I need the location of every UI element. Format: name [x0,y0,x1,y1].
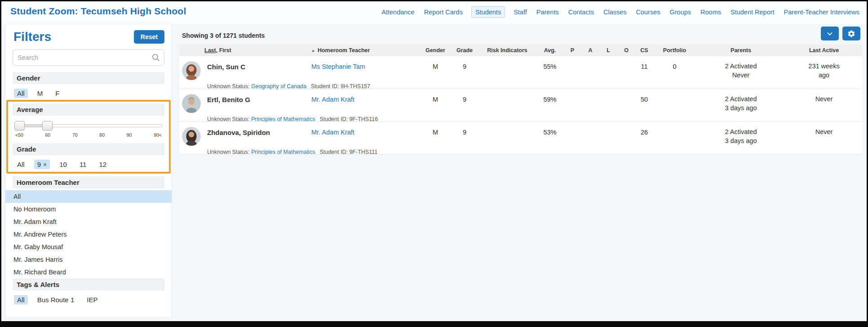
column-header-cs[interactable]: CS [635,45,653,56]
homeroom-teacher-link[interactable]: Ms Stephanie Tam [311,63,365,70]
grade-option-11[interactable]: 11 [76,160,90,169]
tags-option-all[interactable]: All [14,295,28,305]
nav-classes[interactable]: Classes [602,7,628,18]
student-id: Student ID: 9H-THS157 [311,83,370,90]
nav-contacts[interactable]: Contacts [567,7,595,18]
grade-option-9[interactable]: 9× [34,160,50,169]
gender-option-all[interactable]: All [14,89,28,98]
course-link[interactable]: Principles of Mathematics [251,149,315,155]
average-slider-ticks: <50 60 70 80 90 90< [14,131,163,142]
last-active-value: Never [786,95,862,104]
students-table-header: Last, First ▲Homeroom Teacher Gender Gra… [179,45,862,56]
reset-button[interactable]: Reset [134,30,164,44]
homeroom-option-andrew-peters[interactable]: Mr. Andrew Peters [5,228,172,241]
last-active-value: 231 weeksago [786,62,862,80]
cs-value: 11 [635,62,653,70]
column-header-name[interactable]: Last, First [179,45,305,56]
app-window: Student Zoom: Tecumseh High School Atten… [0,0,868,327]
parents-value: 2 Activated3 days ago [696,128,786,145]
student-name: Zhdanova, Spiridon [207,128,270,136]
column-header-a[interactable]: A [581,45,599,56]
homeroom-option-all[interactable]: All [5,190,172,203]
column-header-portfolio[interactable]: Portfolio [653,45,696,56]
column-header-o[interactable]: O [617,45,635,56]
column-header-l[interactable]: L [599,45,617,56]
student-avatar [182,94,201,113]
tick-lt50: <50 [15,132,23,138]
tags-option-iep[interactable]: IEP [84,295,101,305]
last-active-value: Never [786,128,862,137]
course-link[interactable]: Principles of Mathematics [251,116,315,122]
chevron-down-icon [826,30,834,38]
gender-value: M [420,95,451,103]
gear-icon [847,30,855,38]
annotated-filters-region: Average <50 60 70 80 90 90< Grade [13,103,164,172]
nav-parent-teacher-interviews[interactable]: Parent-Teacher Interviews [783,7,860,18]
student-name: Ertl, Benito G [207,95,250,103]
gender-value: M [420,128,451,136]
gender-option-m[interactable]: M [34,89,46,98]
nav-rooms[interactable]: Rooms [700,7,722,18]
homeroom-teacher-link[interactable]: Mr. Adam Kraft [311,129,354,136]
student-subline: Unknown Status: Principles of Mathematic… [207,116,378,122]
actions-dropdown-button[interactable] [821,27,839,40]
grade-section-header: Grade [13,143,164,155]
column-header-last-active[interactable]: Last Active [786,45,862,56]
nav-parents[interactable]: Parents [536,7,560,18]
avg-value: 59% [536,95,563,103]
cs-value: 26 [635,128,653,136]
nav-report-cards[interactable]: Report Cards [423,7,464,18]
nav-student-report[interactable]: Student Report [730,7,775,18]
student-row-ertl-benito[interactable]: Ertl, Benito G Unknown Status: Principle… [179,89,862,122]
homeroom-teacher-link[interactable]: Mr. Adam Kraft [311,96,354,103]
column-header-parents[interactable]: Parents [696,45,786,56]
gender-section-header: Gender [13,72,164,84]
nav-staff[interactable]: Staff [513,7,528,18]
average-slider-handle-min[interactable] [14,121,25,130]
settings-button[interactable] [842,27,860,40]
parents-value: 2 ActivatedNever [696,62,786,80]
gender-option-f[interactable]: F [52,89,62,98]
l-value [599,62,617,63]
student-row-chin-sun[interactable]: Chin, Sun C Unknown Status: Geography of… [179,56,862,89]
average-slider-handle-max[interactable] [42,121,53,130]
grade-value: 9 [451,128,478,136]
homeroom-option-adam-kraft[interactable]: Mr. Adam Kraft [5,215,172,228]
grade-option-12[interactable]: 12 [96,160,110,169]
grade-value: 9 [451,62,478,70]
a-value [581,128,599,129]
grade-option-all[interactable]: All [14,160,28,169]
sort-ascending-icon: ▲ [311,49,315,53]
tick-80: 80 [99,132,105,138]
column-header-avg[interactable]: Avg. [536,45,563,56]
nav-attendance[interactable]: Attendance [381,7,415,18]
course-link[interactable]: Geography of Canada [251,83,306,90]
nav-students[interactable]: Students [471,6,505,18]
homeroom-option-james-harris[interactable]: Mr. James Harris [5,253,172,266]
tags-option-bus-route-1[interactable]: Bus Route 1 [34,295,78,305]
student-subline: Unknown Status: Geography of CanadaStude… [207,83,370,90]
column-header-gender[interactable]: Gender [420,45,451,56]
search-input[interactable] [13,49,164,66]
page-title: Student Zoom: Tecumseh High School [10,6,186,17]
homeroom-option-gaby-mousaf[interactable]: Mr. Gaby Mousaf [5,241,172,253]
homeroom-option-richard-beard[interactable]: Mr. Richard Beard [5,266,172,278]
column-header-p[interactable]: P [563,45,581,56]
o-value [617,95,635,96]
column-header-grade[interactable]: Grade [451,45,478,56]
remove-grade-filter-icon[interactable]: × [43,161,47,168]
column-header-homeroom[interactable]: ▲Homeroom Teacher [305,45,420,56]
tags-section-header: Tags & Alerts [13,278,164,291]
grade-value: 9 [451,95,478,103]
tick-gt90: 90< [154,132,162,138]
column-header-risk[interactable]: Risk Indicators [478,45,536,56]
nav-courses[interactable]: Courses [635,7,661,18]
nav-groups[interactable]: Groups [669,7,692,18]
portfolio-value [653,95,696,96]
portfolio-value: 0 [653,62,696,70]
homeroom-option-no-homeroom[interactable]: No Homeroom [5,203,172,215]
student-row-zhdanova-spiridon[interactable]: Zhdanova, Spiridon Unknown Status: Princ… [179,122,862,155]
student-id: Student ID: 9F-THS111 [319,149,377,155]
grade-option-10[interactable]: 10 [56,160,70,169]
student-avatar [182,127,201,146]
